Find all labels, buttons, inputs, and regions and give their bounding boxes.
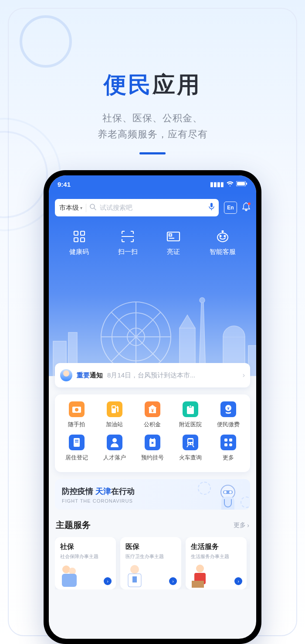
notifications-icon[interactable] — [242, 202, 250, 213]
promo-sub-1: 社保、医保、公积金、 — [0, 110, 305, 126]
grid-item[interactable]: 火车查询 — [172, 435, 210, 462]
section-title: 主题服务 — [56, 519, 91, 531]
svg-rect-44 — [75, 442, 78, 442]
svg-rect-12 — [169, 234, 172, 236]
svg-rect-8 — [81, 231, 85, 235]
arrow-circle-icon: › — [169, 577, 177, 585]
svg-point-45 — [112, 438, 117, 442]
services-grid: 随手拍 加油站 ¥ 公积金 — [55, 394, 250, 472]
search-bar[interactable]: 市本级 ▾ 试试搜索吧 — [55, 199, 219, 216]
promo-title-accent: 便民 — [104, 72, 152, 97]
mic-icon[interactable] — [209, 203, 214, 212]
signal-icon: ▮▮▮▮ — [210, 181, 224, 188]
qr-grid-icon — [72, 230, 86, 243]
theme-card[interactable]: 医保 医疗卫生办事主题 › — [120, 537, 181, 589]
svg-rect-43 — [75, 440, 78, 441]
quick-show-cert[interactable]: 亮证 — [166, 230, 180, 256]
card-illustration — [189, 563, 211, 588]
svg-rect-51 — [224, 438, 227, 442]
status-time: 9:41 — [58, 181, 71, 188]
svg-rect-48 — [188, 439, 193, 442]
svg-rect-35 — [112, 406, 115, 408]
svg-point-62 — [130, 565, 139, 574]
theme-card[interactable]: 生活服务 生活服务办事主题 › — [186, 537, 247, 589]
quick-health-code[interactable]: 健康码 — [69, 230, 89, 256]
quick-ai-support[interactable]: 智能客服 — [210, 230, 236, 256]
svg-line-4 — [94, 208, 96, 210]
grid-item[interactable]: ¥ 公积金 — [133, 401, 171, 428]
svg-rect-9 — [74, 238, 78, 242]
grid-item[interactable]: 更多 — [210, 435, 247, 462]
status-bar: 9:41 ▮▮▮▮ — [49, 175, 256, 193]
notice-text: 8月14日，台风预计到达本市... — [107, 371, 238, 380]
location-selector[interactable]: 市本级 ▾ — [59, 204, 86, 212]
grid-item[interactable]: ¥ 便民缴费 — [210, 401, 247, 428]
arrow-circle-icon: › — [104, 577, 112, 585]
svg-point-14 — [217, 233, 228, 242]
chevron-right-icon: › — [247, 522, 249, 529]
svg-point-49 — [189, 443, 190, 445]
card-illustration — [124, 563, 146, 588]
wifi-icon — [227, 181, 234, 188]
grid-item[interactable]: 人才落户 — [95, 435, 133, 462]
promo-title-rest: 应用 — [152, 72, 201, 97]
search-placeholder: 试试搜索吧 — [100, 204, 205, 212]
svg-rect-2 — [246, 183, 247, 185]
battery-icon — [236, 181, 247, 188]
id-card-icon — [166, 230, 180, 243]
covid-banner[interactable]: 防控疫情 天津在行动 FIGHT THE CORONAVIRUS — [55, 479, 250, 510]
camera-icon — [69, 401, 85, 417]
svg-text:¥: ¥ — [227, 406, 230, 411]
medic-icon — [214, 482, 242, 510]
svg-point-59 — [62, 565, 70, 573]
train-icon — [183, 435, 198, 450]
svg-rect-64 — [132, 576, 137, 582]
svg-point-58 — [229, 491, 232, 493]
language-toggle[interactable]: En — [224, 202, 237, 214]
svg-text:¥: ¥ — [151, 408, 154, 413]
svg-rect-67 — [192, 581, 204, 588]
svg-rect-54 — [229, 443, 232, 446]
section-more[interactable]: 更多 › — [234, 521, 249, 529]
card-illustration — [58, 563, 80, 588]
svg-rect-52 — [229, 438, 232, 442]
notice-bar[interactable]: 重要通知 8月14日，台风预计到达本市... › — [55, 363, 250, 387]
skyline-illustration — [49, 284, 256, 376]
quick-scan[interactable]: 扫一扫 — [118, 230, 138, 256]
svg-rect-53 — [224, 443, 227, 446]
svg-point-50 — [191, 443, 193, 445]
svg-point-19 — [101, 302, 171, 372]
fund-icon: ¥ — [145, 401, 160, 417]
svg-rect-10 — [81, 238, 85, 242]
grid-item[interactable]: 预约挂号 — [133, 435, 171, 462]
fuel-icon — [107, 401, 122, 417]
svg-point-15 — [220, 236, 221, 237]
scan-icon — [121, 230, 135, 243]
svg-point-28 — [200, 298, 205, 303]
svg-point-65 — [196, 565, 204, 572]
grid-item[interactable]: 加油站 — [95, 401, 133, 428]
svg-rect-1 — [237, 182, 245, 185]
chevron-down-icon: ▾ — [80, 206, 82, 210]
svg-point-60 — [69, 568, 76, 575]
notification-dot — [248, 202, 251, 205]
hospital-icon — [183, 401, 198, 417]
theme-card[interactable]: 社保 社会保障办事主题 › — [55, 537, 116, 589]
robot-icon — [216, 230, 230, 243]
svg-point-18 — [222, 231, 223, 232]
grid-item[interactable]: 随手拍 — [58, 401, 95, 428]
notice-avatar-icon — [60, 369, 72, 381]
grid-item[interactable]: 附近医院 — [172, 401, 210, 428]
promo-accent-bar — [139, 152, 166, 154]
svg-point-16 — [224, 236, 225, 237]
register-icon — [69, 435, 85, 450]
person-icon — [107, 435, 122, 450]
svg-rect-7 — [74, 231, 78, 235]
svg-point-57 — [224, 491, 227, 493]
phone-frame: 9:41 ▮▮▮▮ 市本级 ▾ — [44, 170, 261, 644]
search-icon — [90, 204, 96, 212]
svg-point-33 — [75, 408, 78, 411]
grid-item[interactable]: 居住登记 — [58, 435, 95, 462]
appointment-icon — [145, 435, 160, 450]
promo-header: 便民应用 社保、医保、公积金、 养老高频服务，应有尽有 — [0, 0, 305, 154]
